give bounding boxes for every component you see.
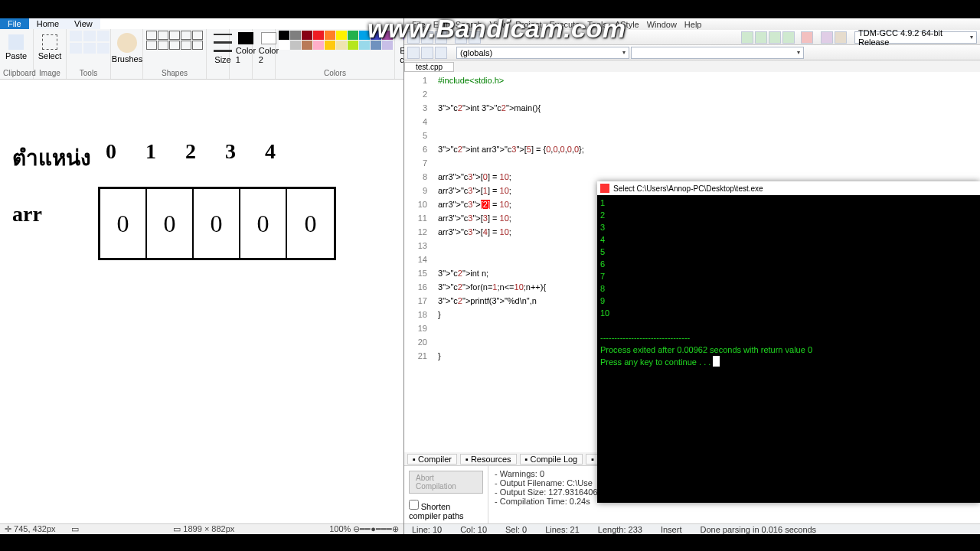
run-icon	[755, 31, 767, 44]
tab-compiler[interactable]: ▪ Compiler	[407, 454, 457, 465]
group-shapes: Shapes	[146, 68, 203, 77]
paint-window: File Home View Paste Clipboard Select Im…	[0, 18, 404, 534]
menu-file[interactable]: File	[412, 20, 426, 29]
menu-edit[interactable]: Edit	[433, 20, 448, 29]
swatch[interactable]	[382, 41, 393, 50]
array-table: 00000	[98, 187, 336, 260]
dev-statusbar: Line: 10Col: 10Sel: 0 Lines: 21Length: 2…	[404, 523, 980, 534]
paste-button[interactable]: Paste	[3, 31, 29, 64]
group-tools: Tools	[70, 68, 107, 77]
save-icon	[435, 31, 447, 44]
menu-help[interactable]: Help	[684, 20, 702, 29]
undo-icon	[455, 31, 467, 44]
tools-grid[interactable]	[70, 31, 107, 54]
paint-canvas[interactable]: ตำแหน่ง 01234 arr 00000	[0, 80, 403, 523]
swatch[interactable]	[336, 41, 347, 50]
color-swatches[interactable]	[279, 31, 391, 50]
swatch[interactable]	[279, 41, 289, 50]
stop-icon	[801, 31, 813, 44]
toolbar-main[interactable]: TDM-GCC 4.9.2 64-bit Release	[404, 30, 980, 45]
group-colors: Colors	[279, 68, 391, 77]
index-labels: 01234	[106, 139, 276, 164]
console-output: 1 2 3 4 5 6 7 8 9 10 -------------------…	[597, 195, 980, 370]
toolbar-scope[interactable]: (globals)	[404, 45, 980, 60]
rebuild-icon	[782, 31, 795, 44]
swatch[interactable]	[336, 31, 347, 40]
swatch[interactable]	[302, 41, 312, 50]
class-icon	[407, 47, 420, 59]
shorten-paths-checkbox[interactable]: Shorten compiler paths	[409, 503, 464, 520]
swatch[interactable]	[348, 41, 358, 50]
shapes-gallery[interactable]	[146, 31, 203, 50]
swatch[interactable]	[382, 31, 393, 40]
group-clipboard: Clipboard	[3, 68, 30, 77]
member-select[interactable]	[631, 47, 804, 59]
swatch[interactable]	[313, 41, 324, 50]
menu-execute[interactable]: Execute	[549, 20, 580, 29]
menu-astyle[interactable]: AStyle	[615, 20, 639, 29]
compile-icon	[741, 31, 753, 44]
swatch[interactable]	[302, 31, 312, 40]
swatch[interactable]	[325, 41, 335, 50]
brushes-button[interactable]: Brushes	[114, 31, 140, 64]
file-tab[interactable]: test.cpp	[404, 62, 454, 72]
swatch[interactable]	[325, 31, 335, 40]
swatch[interactable]	[359, 31, 370, 40]
swatch[interactable]	[371, 31, 381, 40]
console-titlebar[interactable]: Select C:\Users\Annop-PC\Desktop\test.ex…	[597, 181, 980, 195]
swatch[interactable]	[290, 41, 301, 50]
menu-tools[interactable]: Tools	[587, 20, 607, 29]
swatch[interactable]	[359, 41, 370, 50]
menu-search[interactable]: Search	[456, 20, 482, 29]
open-icon	[421, 31, 433, 44]
tab-file[interactable]: File	[0, 18, 29, 29]
swatch[interactable]	[290, 31, 301, 40]
menu-project[interactable]: Project	[515, 20, 541, 29]
swatch[interactable]	[371, 41, 381, 50]
redo-icon	[469, 31, 481, 44]
func-icon	[421, 47, 433, 59]
menu-window[interactable]: Window	[647, 20, 677, 29]
goto-icon	[435, 47, 447, 59]
select-button[interactable]: Select	[37, 31, 63, 64]
menu-view[interactable]: View	[490, 20, 508, 29]
tab-view[interactable]: View	[67, 18, 100, 29]
compiler-select[interactable]: TDM-GCC 4.9.2 64-bit Release	[854, 31, 977, 44]
text-arr: arr	[12, 202, 42, 227]
compile-run-icon	[769, 31, 781, 44]
swatch[interactable]	[348, 31, 358, 40]
paint-statusbar: ✛ 745, 432px▭ ▭ 1899 × 882px 100% ⊖━━●━━…	[0, 523, 403, 534]
abort-button: Abort Compilation	[409, 471, 483, 494]
console-window[interactable]: Select C:\Users\Annop-PC\Desktop\test.ex…	[597, 181, 980, 503]
new-icon	[407, 31, 420, 44]
swatch[interactable]	[279, 31, 289, 40]
group-image: Image	[37, 68, 63, 77]
profile-icon	[835, 31, 847, 44]
tab-home[interactable]: Home	[29, 18, 67, 29]
tab-compile-log[interactable]: ▪ Compile Log	[520, 454, 583, 465]
text-thai: ตำแหน่ง	[12, 141, 91, 174]
debug-icon	[821, 31, 833, 44]
swatch[interactable]	[313, 31, 324, 40]
scope-select[interactable]: (globals)	[456, 47, 629, 59]
tab-resources[interactable]: ▪ Resources	[460, 454, 517, 465]
line-gutter: 123456789101112131415161718192021	[404, 72, 435, 454]
